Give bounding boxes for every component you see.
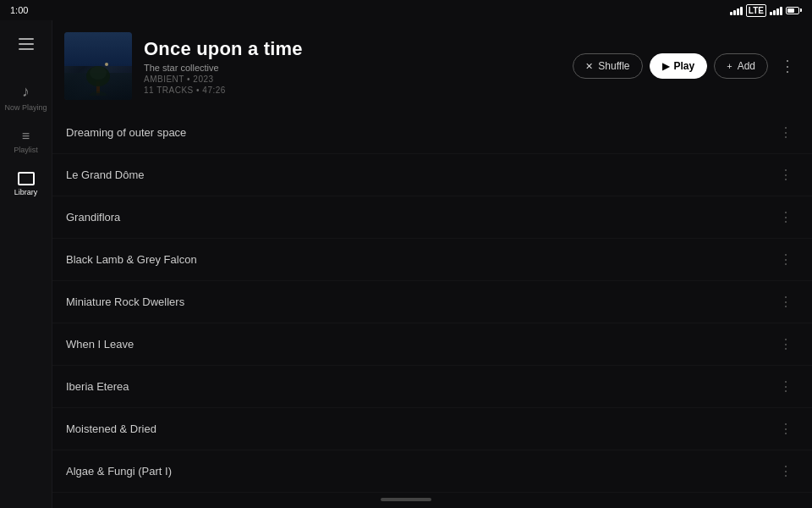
album-tracks: 11 TRACKS [144, 86, 194, 95]
sidebar-item-now-playing[interactable]: ♪ Now Playing [0, 76, 52, 119]
sidebar-item-playlist[interactable]: ≡ Playlist [0, 123, 52, 162]
album-info: Once upon a time The star collective AMB… [144, 38, 573, 95]
lte-icon: LTE [746, 4, 766, 17]
track-name: Grandiflora [66, 211, 774, 224]
play-button[interactable]: ▶ Play [650, 53, 708, 79]
track-item[interactable]: Black Lamb & Grey Falcon⋮ [52, 239, 812, 281]
album-year: 2023 [193, 75, 213, 84]
track-more-button[interactable]: ⋮ [774, 334, 798, 354]
track-more-button[interactable]: ⋮ [774, 165, 798, 185]
hamburger-icon [19, 48, 34, 50]
svg-point-3 [90, 66, 107, 80]
track-more-button[interactable]: ⋮ [774, 207, 798, 227]
album-header: Once upon a time The star collective AMB… [52, 20, 812, 112]
album-meta: AMBIENT • 2023 [144, 75, 573, 84]
header-actions: ✕ Shuffle ▶ Play + Add [573, 53, 768, 79]
sidebar-label-playlist: Playlist [14, 146, 38, 155]
music-note-icon: ♪ [22, 83, 30, 101]
track-item[interactable]: Dreaming of outer space⋮ [52, 112, 812, 154]
playlist-icon: ≡ [22, 130, 30, 143]
track-more-button[interactable]: ⋮ [774, 419, 798, 439]
play-icon: ▶ [662, 61, 669, 72]
track-item[interactable]: Iberia Eterea⋮ [52, 366, 812, 408]
shuffle-label: Shuffle [598, 60, 629, 72]
track-more-button[interactable]: ⋮ [774, 292, 798, 312]
track-item[interactable]: When I Leave⋮ [52, 323, 812, 366]
svg-point-5 [90, 91, 107, 96]
status-icons: LTE [730, 4, 802, 17]
battery-icon [786, 7, 802, 14]
track-more-button[interactable]: ⋮ [774, 461, 798, 481]
shuffle-button[interactable]: ✕ Shuffle [573, 53, 642, 79]
track-item[interactable]: Algae & Fungi (Part I)⋮ [52, 450, 812, 493]
track-item[interactable]: Moistened & Dried⋮ [52, 408, 812, 450]
track-more-button[interactable]: ⋮ [774, 123, 798, 142]
add-icon: + [727, 61, 732, 71]
track-name: Le Grand Dôme [66, 168, 774, 181]
album-genre: AMBIENT [144, 75, 184, 84]
track-more-button[interactable]: ⋮ [774, 377, 798, 396]
shuffle-icon: ✕ [585, 61, 593, 72]
signal-icon [730, 5, 743, 15]
album-title: Once upon a time [144, 38, 573, 60]
sidebar: ♪ Now Playing ≡ Playlist Library [0, 20, 52, 508]
play-label: Play [674, 60, 695, 72]
status-time: 1:00 [10, 5, 28, 15]
status-bar: 1:00 LTE [0, 0, 812, 20]
header-more-button[interactable]: ⋮ [776, 53, 798, 79]
sidebar-menu-button[interactable] [11, 29, 41, 59]
main-content: Once upon a time The star collective AMB… [52, 20, 812, 508]
track-item[interactable]: Le Grand Dôme⋮ [52, 154, 812, 196]
track-name: Iberia Eterea [66, 380, 774, 393]
sidebar-label-library: Library [14, 188, 38, 197]
cellular-icon [770, 5, 782, 15]
track-item[interactable]: Algae & Fungi (Part II)⋮ [52, 493, 812, 506]
track-name: Algae & Fungi (Part I) [66, 465, 774, 478]
track-list: Dreaming of outer space⋮Le Grand Dôme⋮Gr… [52, 112, 812, 506]
sidebar-label-now-playing: Now Playing [4, 103, 47, 113]
album-tracks-meta: 11 TRACKS • 47:26 [144, 86, 573, 95]
track-name: Miniature Rock Dwellers [66, 295, 774, 308]
tree-illustration [81, 58, 115, 96]
album-artist: The star collective [144, 63, 573, 73]
track-name: When I Leave [66, 338, 774, 351]
album-duration: 47:26 [202, 86, 226, 95]
track-item[interactable]: Miniature Rock Dwellers⋮ [52, 281, 812, 323]
scroll-indicator [381, 498, 431, 501]
track-item[interactable]: Grandiflora⋮ [52, 196, 812, 239]
album-art [64, 32, 132, 100]
hamburger-icon [19, 43, 34, 45]
hamburger-icon [19, 38, 34, 40]
track-name: Dreaming of outer space [66, 126, 774, 139]
add-button[interactable]: + Add [714, 53, 768, 79]
track-more-button[interactable]: ⋮ [774, 504, 798, 506]
track-name: Moistened & Dried [66, 422, 774, 435]
svg-point-4 [105, 63, 108, 66]
track-name: Black Lamb & Grey Falcon [66, 253, 774, 266]
track-more-button[interactable]: ⋮ [774, 250, 798, 269]
library-icon [18, 172, 35, 185]
sidebar-item-library[interactable]: Library [0, 165, 52, 204]
add-label: Add [738, 60, 755, 72]
